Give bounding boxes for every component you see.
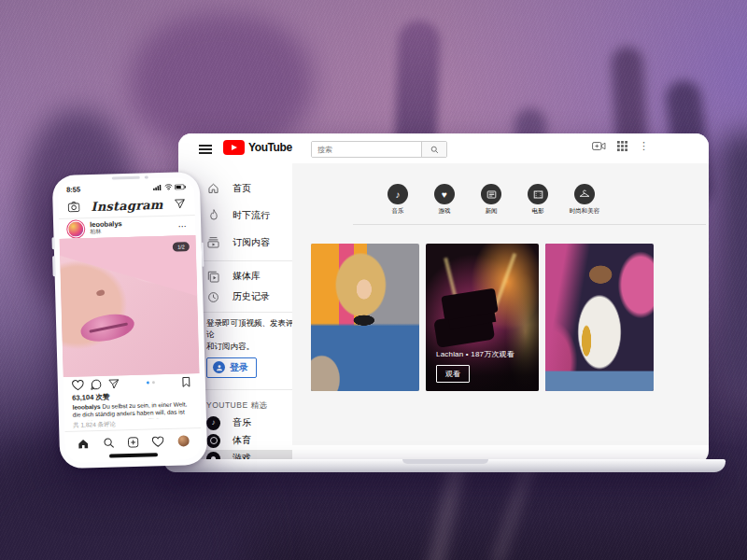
search-icon [430,146,439,154]
activity-tab-icon[interactable] [152,436,164,447]
send-icon[interactable] [174,199,185,210]
history-clock-icon [206,290,220,304]
crowd-hand-silhouette [131,13,313,153]
phone-volume-button [52,256,55,276]
film-icon [528,184,548,204]
signin-prompt-text: 登录即可顶视频、发表评论 和订阅内容。 [206,317,295,352]
crowd-hand-silhouette [719,131,747,392]
sidebar-item-label: 媒体库 [233,270,261,283]
youtube-topbar: YouTube ⋮ [178,133,709,163]
youtube-play-icon [223,140,245,155]
subscriptions-icon [206,235,220,249]
bookmark-icon[interactable] [181,376,191,387]
like-icon[interactable] [72,379,84,390]
youtube-body: 首页 时下流行 订阅内容 媒体库 历史记录 [178,163,709,445]
thumbnail-blonde-portrait [311,244,419,391]
category-label: 电影 [532,207,544,216]
status-time: 8:55 [66,186,80,194]
instagram-bottom-nav [64,427,202,455]
phone-volume-button [51,237,54,249]
person-icon [213,361,225,373]
youtube-wordmark: YouTube [248,141,292,154]
sidebar-item-label: 历史记录 [233,290,270,303]
laptop-base-notch [402,459,488,464]
search-tab-icon[interactable] [103,437,114,448]
music-icon: ♪ [206,416,220,430]
library-icon [206,270,220,284]
search-input[interactable] [312,142,421,157]
topbar-icons: ⋮ [592,141,649,151]
comment-icon[interactable] [91,379,102,390]
instagram-logo: Instagram [79,197,174,214]
category-movies[interactable]: 电影 [521,184,555,216]
caption-username[interactable]: leoobalys [72,402,100,410]
post-image[interactable]: 1/2 [60,235,200,377]
category-gaming[interactable]: ♥ 游戏 [428,184,461,216]
category-news[interactable]: 新闻 [474,184,508,216]
phone-mockup: 8:55 Instagram leoobalys 柏林 ⋯ [52,172,208,469]
sidebar-item-label: 音乐 [233,416,251,429]
sidebar-item-label: 订阅内容 [233,236,270,249]
new-post-icon[interactable] [127,436,138,447]
post-username[interactable]: leoobalys [90,220,122,229]
game-heart-icon: ♥ [434,184,455,204]
music-note-icon: ♪ [388,184,408,204]
signin-button[interactable]: 登录 [206,357,257,378]
youtube-logo[interactable]: YouTube [223,140,292,155]
hanger-icon [574,184,595,204]
video-title: Lachlan • 187万次观看 [436,349,514,359]
category-label: 音乐 [392,207,404,216]
profile-tab-avatar[interactable] [177,435,189,446]
post-location: 柏林 [90,228,122,235]
desktop-wallpaper-scene: YouTube ⋮ [0,0,747,560]
video-card-street[interactable] [545,244,654,391]
avatar[interactable] [67,220,84,237]
sidebar-item-label: 首页 [233,182,251,195]
content-divider [353,224,706,225]
category-music[interactable]: ♪ 音乐 [381,184,415,216]
thumbnail-street-style [545,244,654,391]
signin-button-label: 登录 [230,361,248,374]
apps-grid-icon[interactable] [617,141,627,151]
home-tab-icon[interactable] [78,438,90,449]
category-row: ♪ 音乐 ♥ 游戏 新闻 电影 [292,184,709,216]
share-icon[interactable] [108,378,120,389]
video-card-portrait[interactable] [311,244,419,391]
video-card-row: Lachlan • 187万次观看 观看 [292,244,709,391]
home-icon [206,181,220,195]
camera-icon[interactable] [67,202,79,213]
more-horizontal-icon[interactable]: ⋯ [178,221,188,231]
sidebar-item-label: 体育 [233,434,251,447]
search-button[interactable] [421,142,446,157]
carousel-badge: 1/2 [173,243,190,252]
sidebar-item-label: 时下流行 [233,209,270,222]
battery-icon [175,184,186,189]
video-card-concert[interactable]: Lachlan • 187万次观看 观看 [426,244,539,391]
instagram-app: 8:55 Instagram leoobalys 柏林 ⋯ [58,177,202,463]
laptop-base [164,459,726,472]
laptop-mockup-screen: YouTube ⋮ [178,133,709,464]
youtube-content: ♪ 音乐 ♥ 游戏 新闻 电影 [292,163,709,445]
category-label: 时尚和美容 [570,207,600,216]
create-video-icon[interactable] [592,141,606,151]
wifi-icon [163,184,172,190]
category-fashion-beauty[interactable]: 时尚和美容 [568,184,601,216]
carousel-dots [126,381,175,385]
more-vertical-icon[interactable]: ⋮ [639,141,649,151]
watch-button[interactable]: 观看 [436,365,470,383]
sports-icon [206,434,220,448]
cellular-signal-icon [153,184,162,190]
newspaper-icon [481,184,501,204]
search-bar [311,141,447,158]
menu-icon[interactable] [199,145,212,157]
category-label: 游戏 [439,207,451,216]
category-label: 新闻 [486,207,498,216]
phone-camera [145,175,148,179]
trending-flame-icon [206,208,220,222]
